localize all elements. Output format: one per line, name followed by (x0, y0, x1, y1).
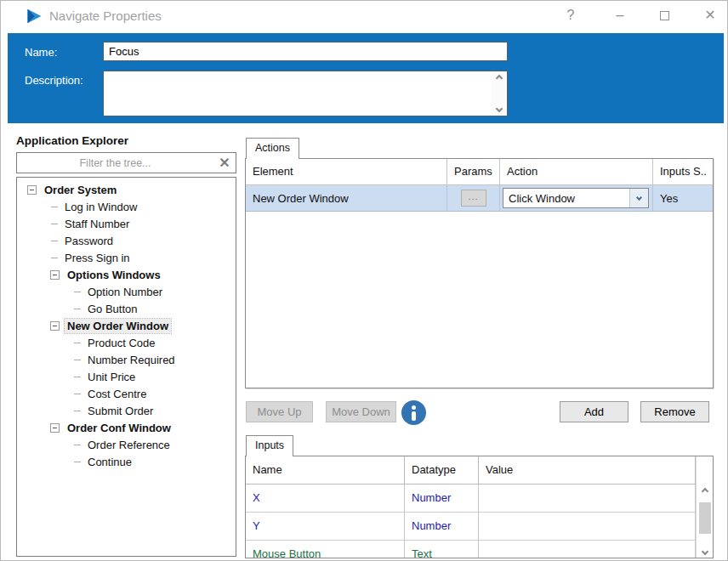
tree-connector-icon (51, 224, 58, 224)
tree-item[interactable]: Log in Window (17, 198, 236, 215)
input-name: Mouse Button (246, 541, 405, 558)
tree-connector-icon (74, 343, 81, 343)
info-icon[interactable] (401, 400, 426, 425)
tree-connector-icon (51, 207, 58, 207)
tree-connector-icon (74, 462, 81, 462)
tree-filter: ✕ (16, 152, 236, 173)
tree-connector-icon (74, 360, 81, 360)
tree-item[interactable]: Go Button (17, 300, 236, 317)
tree-item-label: Order System (42, 183, 119, 197)
titlebar: Navigate Properties ? – ✕ (1, 1, 727, 31)
tree-item[interactable]: Option Number (17, 283, 236, 300)
tree-item[interactable]: Order Reference (17, 436, 236, 453)
tab-actions[interactable]: Actions (246, 138, 299, 159)
tree-connector-icon (74, 411, 81, 411)
tree-item-label: Option Number (85, 285, 165, 299)
scrollbar-thumb[interactable] (699, 502, 711, 534)
col-action: Action (500, 159, 653, 185)
input-datatype: Number (405, 484, 479, 513)
input-value[interactable] (479, 484, 696, 513)
tree-item[interactable]: Press Sign in (17, 249, 236, 266)
input-value[interactable] (479, 541, 696, 558)
help-button[interactable]: ? (552, 1, 589, 30)
inputs-table-row[interactable]: X Number (246, 484, 713, 513)
tree-item-label: Order Reference (85, 438, 173, 452)
collapse-icon[interactable] (50, 423, 60, 433)
tree-item-label: Continue (85, 455, 134, 469)
close-button[interactable]: ✕ (691, 1, 728, 30)
tree-item-label: Order Conf Window (65, 421, 173, 435)
tree-item[interactable]: Password (17, 232, 236, 249)
col-value: Value (479, 456, 696, 484)
tree-item-label: New Order Window (65, 319, 171, 333)
scroll-up-icon[interactable] (701, 487, 708, 494)
input-datatype: Number (405, 513, 479, 541)
name-label: Name: (25, 46, 57, 59)
actions-table: Element Params Action Inputs S.. New Ord… (245, 158, 714, 388)
scroll-down-icon[interactable] (701, 547, 708, 554)
navigate-properties-window: Navigate Properties ? – ✕ Name: Descript… (0, 0, 728, 561)
application-explorer-title: Application Explorer (16, 134, 128, 147)
properties-header: Name: Description: (8, 33, 724, 123)
tab-inputs[interactable]: Inputs (246, 435, 293, 456)
params-button[interactable]: ... (461, 190, 486, 207)
clear-filter-button[interactable]: ✕ (213, 155, 236, 171)
col-name: Name (246, 456, 405, 484)
inputs-table: Name Datatype Value X Number Y Number Mo… (245, 456, 714, 558)
input-datatype: Text (405, 541, 479, 558)
tree-item[interactable]: Continue (17, 453, 236, 470)
add-button[interactable]: Add (560, 401, 628, 422)
window-title: Navigate Properties (49, 8, 162, 23)
scroll-down-icon[interactable] (495, 105, 502, 112)
tree-connector-icon (74, 292, 81, 292)
filter-input[interactable] (17, 157, 213, 169)
description-scrollbar[interactable] (492, 72, 506, 115)
minimize-button[interactable]: – (601, 1, 639, 30)
tree-item[interactable]: Number Required (17, 351, 236, 368)
collapse-icon[interactable] (50, 270, 60, 280)
action-element: New Order Window (246, 192, 349, 205)
dropdown-button[interactable] (629, 189, 648, 207)
description-field[interactable] (104, 71, 507, 116)
tree-connector-icon (51, 241, 58, 241)
chevron-down-icon (636, 194, 642, 200)
app-icon (26, 8, 43, 25)
tree-item-label: Cost Centre (85, 387, 149, 401)
tree-item[interactable]: Order System (17, 181, 236, 198)
col-datatype: Datatype (405, 456, 479, 484)
scroll-up-icon[interactable] (495, 75, 502, 82)
tree-item[interactable]: Unit Price (17, 368, 236, 385)
actions-table-header: Element Params Action Inputs S.. (246, 159, 713, 185)
tree-item[interactable]: Order Conf Window (17, 419, 236, 436)
action-dropdown[interactable]: Click Window (503, 188, 649, 208)
col-scroll-gutter (696, 456, 713, 484)
move-up-button[interactable]: Move Up (246, 401, 313, 422)
move-down-button[interactable]: Move Down (326, 401, 396, 422)
tree-connector-icon (74, 377, 81, 377)
inputs-scrollbar[interactable] (696, 484, 713, 558)
input-value[interactable] (479, 513, 696, 541)
name-field[interactable] (103, 42, 508, 61)
actions-table-body: New Order Window ... Click Window Yes (246, 185, 713, 212)
tree-item[interactable]: Staff Number (17, 215, 236, 232)
tree-item-label: Press Sign in (62, 251, 133, 265)
tree-item[interactable]: Cost Centre (17, 385, 236, 402)
application-tree: Order System Log in Window Staff Number … (16, 177, 236, 557)
tree-item[interactable]: Submit Order (17, 402, 236, 419)
tree-item-label: Unit Price (85, 370, 138, 384)
inputs-table-body: X Number Y Number Mouse Button Text (246, 484, 713, 558)
tree-item-label: Log in Window (62, 200, 139, 214)
tree-item[interactable]: New Order Window (17, 317, 236, 334)
actions-table-row[interactable]: New Order Window ... Click Window Yes (246, 185, 713, 212)
tree-connector-icon (74, 394, 81, 394)
description-label: Description: (25, 74, 83, 87)
inputs-table-row[interactable]: Mouse Button Text (246, 541, 713, 558)
remove-button[interactable]: Remove (640, 401, 709, 422)
tree-item[interactable]: Options Windows (17, 266, 236, 283)
collapse-icon[interactable] (50, 321, 60, 331)
description-field-wrap (103, 71, 508, 116)
inputs-table-row[interactable]: Y Number (246, 513, 713, 541)
collapse-icon[interactable] (27, 185, 37, 195)
maximize-button[interactable] (646, 1, 683, 30)
tree-item[interactable]: Product Code (17, 334, 236, 351)
